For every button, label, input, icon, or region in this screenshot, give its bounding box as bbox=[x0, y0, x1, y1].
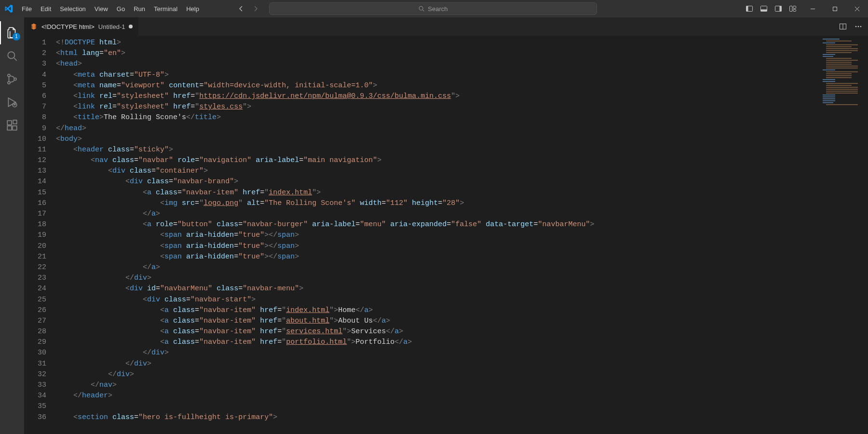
run-debug-icon[interactable] bbox=[0, 91, 24, 114]
line-number: 11 bbox=[24, 145, 46, 155]
line-number: 8 bbox=[24, 112, 46, 123]
menu-file[interactable]: File bbox=[17, 0, 36, 17]
line-number: 29 bbox=[24, 337, 46, 348]
split-editor-icon[interactable] bbox=[839, 23, 847, 30]
menu-selection[interactable]: Selection bbox=[55, 0, 90, 17]
svg-rect-21 bbox=[7, 121, 12, 125]
explorer-icon[interactable]: 1 bbox=[0, 21, 24, 44]
code-line[interactable]: <span aria-hidden="true"></span> bbox=[56, 241, 820, 252]
code-line[interactable]: <html lang="en"> bbox=[56, 48, 820, 59]
html-file-icon: <> bbox=[30, 23, 38, 30]
minimap[interactable] bbox=[820, 36, 868, 434]
line-number: 17 bbox=[24, 209, 46, 219]
line-number: 19 bbox=[24, 230, 46, 241]
svg-point-29 bbox=[858, 26, 859, 27]
code-line[interactable]: </div> bbox=[56, 273, 820, 284]
nav-forward-icon[interactable] bbox=[252, 5, 259, 13]
code-line[interactable]: </nav> bbox=[56, 380, 820, 391]
code-line[interactable]: </a> bbox=[56, 209, 820, 219]
code-line[interactable]: <div class="navbar-brand"> bbox=[56, 176, 820, 187]
line-number: 10 bbox=[24, 134, 46, 145]
code-line[interactable]: </div> bbox=[56, 369, 820, 380]
menu-go[interactable]: Go bbox=[112, 0, 129, 17]
customize-layout-icon[interactable] bbox=[789, 5, 797, 13]
svg-rect-9 bbox=[793, 6, 796, 9]
menu-view[interactable]: View bbox=[90, 0, 112, 17]
editor-tab[interactable]: <> <!DOCTYPE html> Untitled-1 bbox=[24, 17, 139, 36]
code-line[interactable]: <head> bbox=[56, 59, 820, 69]
code-line[interactable]: <body> bbox=[56, 134, 820, 145]
code-line[interactable]: </div> bbox=[56, 348, 820, 358]
line-number: 21 bbox=[24, 252, 46, 262]
editor-area: <> <!DOCTYPE html> Untitled-1 1234567891… bbox=[24, 17, 868, 434]
nav-back-icon[interactable] bbox=[237, 5, 245, 13]
code-line[interactable]: <a class="navbar-item" href="index.html"… bbox=[56, 305, 820, 316]
svg-rect-7 bbox=[780, 6, 782, 12]
code-line[interactable]: <div id="navbarMenu" class="navbar-menu"… bbox=[56, 284, 820, 294]
line-number: 34 bbox=[24, 391, 46, 401]
line-number: 4 bbox=[24, 70, 46, 81]
code-line[interactable]: <!DOCTYPE html> bbox=[56, 38, 820, 48]
svg-line-1 bbox=[423, 10, 424, 12]
code-line[interactable]: <a role="button" class="navbar-burger" a… bbox=[56, 219, 820, 230]
code-line[interactable]: <title>The Rolling Scone's</title> bbox=[56, 112, 820, 123]
code-line[interactable]: <link rel="stylesheet" href="styles.css"… bbox=[56, 102, 820, 112]
code-line[interactable]: </div> bbox=[56, 359, 820, 369]
svg-point-0 bbox=[419, 6, 423, 10]
main-area: 1 <> <!DOCTYPE html> Untitled-1 bbox=[0, 17, 868, 434]
search-icon bbox=[418, 5, 425, 12]
editor-body[interactable]: 1234567891011121314151617181920212223242… bbox=[24, 36, 868, 434]
line-number: 15 bbox=[24, 188, 46, 198]
code-line[interactable]: </head> bbox=[56, 123, 820, 134]
line-number: 23 bbox=[24, 273, 46, 284]
toggle-primary-sidebar-icon[interactable] bbox=[746, 5, 753, 13]
svg-rect-22 bbox=[7, 126, 12, 130]
code-line[interactable] bbox=[56, 401, 820, 412]
line-number: 30 bbox=[24, 348, 46, 358]
line-number: 18 bbox=[24, 219, 46, 230]
code-line[interactable]: <nav class="navbar" role="navigation" ar… bbox=[56, 155, 820, 166]
minimize-button[interactable] bbox=[801, 0, 824, 17]
code-line[interactable]: <img src="logo.png" alt="The Rolling Sco… bbox=[56, 198, 820, 209]
command-center-search[interactable]: Search bbox=[269, 2, 597, 15]
code-line[interactable]: <a class="navbar-item" href="services.ht… bbox=[56, 326, 820, 337]
code-line[interactable]: <span aria-hidden="true"></span> bbox=[56, 252, 820, 262]
line-number: 6 bbox=[24, 91, 46, 102]
code-line[interactable]: <meta name="viewport" content="width=dev… bbox=[56, 81, 820, 91]
line-number: 1 bbox=[24, 38, 46, 48]
code-line[interactable]: <a class="navbar-item" href="index.html"… bbox=[56, 188, 820, 198]
code-line[interactable]: <meta charset="UTF-8"> bbox=[56, 70, 820, 81]
menu-help[interactable]: Help bbox=[182, 0, 203, 17]
menu-terminal[interactable]: Terminal bbox=[149, 0, 182, 17]
editor-tabs: <> <!DOCTYPE html> Untitled-1 bbox=[24, 17, 868, 36]
line-number: 25 bbox=[24, 295, 46, 305]
code-line[interactable]: <link rel="stylesheet" href="https://cdn… bbox=[56, 91, 820, 102]
line-number: 13 bbox=[24, 166, 46, 176]
menu-run[interactable]: Run bbox=[129, 0, 149, 17]
svg-point-18 bbox=[8, 81, 10, 84]
code-line[interactable]: <span aria-hidden="true"></span> bbox=[56, 230, 820, 241]
extensions-icon[interactable] bbox=[0, 114, 24, 137]
maximize-button[interactable] bbox=[824, 0, 846, 17]
source-control-icon[interactable] bbox=[0, 68, 24, 91]
code-line[interactable]: <header class="sticky"> bbox=[56, 145, 820, 155]
code-line[interactable]: <a class="navbar-item" href="portfolio.h… bbox=[56, 337, 820, 348]
toggle-panel-icon[interactable] bbox=[760, 5, 768, 13]
menu-edit[interactable]: Edit bbox=[36, 0, 55, 17]
search-placeholder: Search bbox=[428, 5, 448, 13]
svg-point-28 bbox=[855, 26, 857, 27]
search-activity-icon[interactable] bbox=[0, 44, 24, 68]
code-line[interactable]: <a class="navbar-item" href="about.html"… bbox=[56, 316, 820, 326]
code-content[interactable]: <!DOCTYPE html><html lang="en"><head> <m… bbox=[56, 36, 820, 434]
svg-rect-12 bbox=[833, 7, 837, 11]
code-line[interactable]: <div class="container"> bbox=[56, 166, 820, 176]
window-controls bbox=[801, 0, 868, 17]
line-number: 3 bbox=[24, 59, 46, 69]
code-line[interactable]: <section class="hero is-fullheight is-pr… bbox=[56, 412, 820, 423]
code-line[interactable]: </header> bbox=[56, 391, 820, 401]
code-line[interactable]: </a> bbox=[56, 262, 820, 273]
code-line[interactable]: <div class="navbar-start"> bbox=[56, 295, 820, 305]
more-actions-icon[interactable] bbox=[854, 23, 862, 30]
close-button[interactable] bbox=[846, 0, 868, 17]
toggle-secondary-sidebar-icon[interactable] bbox=[774, 5, 782, 13]
